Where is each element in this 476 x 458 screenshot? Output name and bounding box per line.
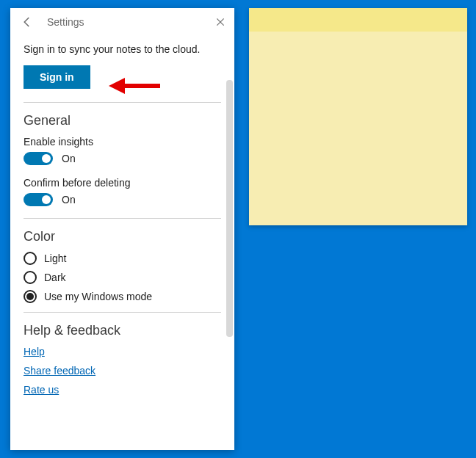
confirm-toggle[interactable] xyxy=(24,193,53,206)
color-light-label: Light xyxy=(44,252,66,264)
sticky-note-window[interactable] xyxy=(249,8,467,225)
radio-icon xyxy=(24,271,37,284)
insights-label: Enable insights xyxy=(24,136,221,148)
color-windows[interactable]: Use my Windows mode xyxy=(24,290,221,303)
share-feedback-link[interactable]: Share feedback xyxy=(24,365,221,377)
titlebar: Settings xyxy=(10,8,234,34)
section-color-title: Color xyxy=(24,229,221,244)
confirm-label: Confirm before deleting xyxy=(24,177,221,189)
color-windows-label: Use my Windows mode xyxy=(44,291,152,302)
divider xyxy=(24,218,221,219)
insights-state: On xyxy=(62,153,76,164)
settings-body: Sign in to sync your notes to the cloud.… xyxy=(10,34,234,450)
signin-button[interactable]: Sign in xyxy=(24,65,90,89)
settings-window: Settings Sign in to sync your notes to t… xyxy=(10,8,234,450)
color-dark[interactable]: Dark xyxy=(24,271,221,284)
divider xyxy=(24,312,221,313)
confirm-toggle-row: On xyxy=(24,193,221,206)
close-icon[interactable] xyxy=(215,17,226,27)
radio-icon xyxy=(24,290,37,303)
confirm-state: On xyxy=(62,194,76,206)
insights-toggle[interactable] xyxy=(24,152,53,165)
scrollbar[interactable] xyxy=(226,80,233,337)
color-light[interactable]: Light xyxy=(24,252,221,265)
divider xyxy=(24,102,221,103)
rate-us-link[interactable]: Rate us xyxy=(24,384,221,396)
section-help-title: Help & feedback xyxy=(24,323,221,338)
help-link[interactable]: Help xyxy=(24,346,221,357)
sync-description: Sign in to sync your notes to the cloud. xyxy=(24,43,221,55)
color-dark-label: Dark xyxy=(44,272,66,283)
back-icon[interactable] xyxy=(21,15,34,29)
insights-toggle-row: On xyxy=(24,152,221,165)
window-title: Settings xyxy=(47,16,215,28)
sticky-note-header[interactable] xyxy=(249,8,467,32)
radio-icon xyxy=(24,252,37,265)
section-general-title: General xyxy=(24,113,221,128)
